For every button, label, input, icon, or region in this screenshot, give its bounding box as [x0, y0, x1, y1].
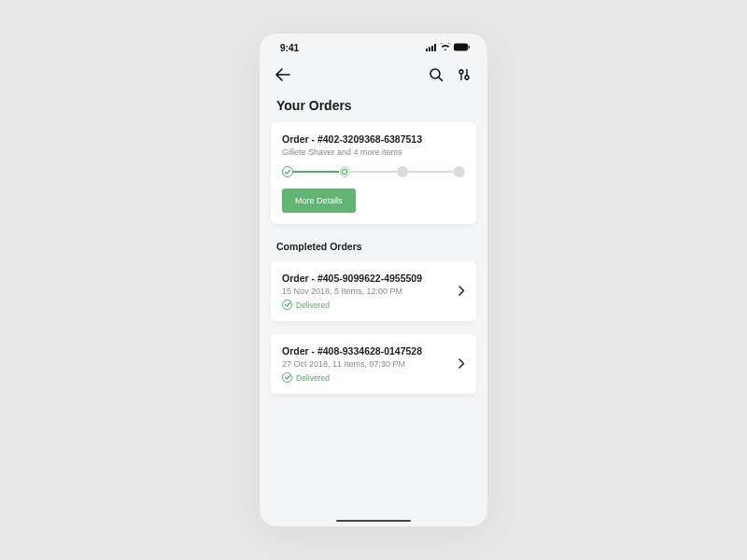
svg-line-7	[439, 77, 443, 81]
progress-line	[350, 171, 396, 173]
completed-section-title: Completed Orders	[260, 237, 487, 261]
arrow-left-icon	[275, 68, 290, 81]
sliders-icon	[457, 67, 472, 82]
search-icon	[429, 67, 444, 82]
back-button[interactable]	[275, 66, 291, 83]
svg-rect-3	[434, 44, 436, 51]
check-circle-icon	[282, 372, 292, 383]
progress-step-done	[282, 166, 293, 177]
order-subtitle: 15 Nov 2018, 5 Items, 12:00 PM	[282, 287, 458, 296]
status-label: Delivered	[296, 301, 330, 310]
check-circle-icon	[282, 300, 292, 310]
status-label: Delivered	[296, 373, 330, 383]
battery-icon	[454, 43, 471, 53]
svg-point-11	[465, 76, 469, 79]
completed-order-card[interactable]: Order - #405-9099622-4955509 15 Nov 2018…	[271, 261, 476, 321]
chevron-right-icon	[458, 283, 465, 300]
nav-bar	[260, 57, 487, 87]
check-icon	[285, 170, 290, 175]
search-button[interactable]	[428, 66, 444, 83]
wifi-icon	[440, 43, 451, 53]
order-subtitle: 27 Oct 2018, 11 Items, 07:30 PM	[282, 359, 458, 369]
svg-rect-4	[454, 44, 468, 51]
progress-step-active	[339, 166, 350, 177]
home-indicator	[336, 520, 411, 523]
chevron-right-icon	[458, 356, 465, 372]
progress-line	[293, 171, 339, 173]
svg-rect-1	[429, 48, 430, 52]
order-status: Delivered	[282, 300, 458, 310]
order-title: Order - #405-9099622-4955509	[282, 273, 458, 284]
status-indicators	[426, 43, 471, 53]
phone-frame: 9:41 Your Orders Order - #4	[260, 34, 487, 526]
order-subtitle: Gillete Shaver and 4 more items	[282, 147, 465, 157]
more-details-button[interactable]: More Details	[282, 189, 356, 213]
completed-order-card[interactable]: Order - #408-9334628-0147528 27 Oct 2018…	[271, 334, 476, 394]
svg-point-9	[459, 70, 463, 74]
active-order-card: Order - #402-3209368-6387513 Gillete Sha…	[271, 122, 476, 224]
status-time: 9:41	[280, 43, 299, 53]
status-bar: 9:41	[260, 34, 487, 57]
page-title: Your Orders	[260, 87, 487, 122]
progress-step-pending	[397, 166, 408, 177]
filter-button[interactable]	[456, 66, 472, 83]
cellular-icon	[426, 43, 437, 53]
svg-rect-0	[426, 49, 428, 51]
order-title: Order - #402-3209368-6387513	[282, 133, 465, 145]
order-title: Order - #408-9334628-0147528	[282, 345, 458, 357]
progress-line	[408, 171, 454, 173]
order-status: Delivered	[282, 372, 458, 383]
svg-rect-5	[469, 46, 470, 49]
order-progress	[282, 166, 465, 177]
progress-step-pending	[454, 166, 465, 177]
svg-rect-2	[431, 46, 433, 51]
